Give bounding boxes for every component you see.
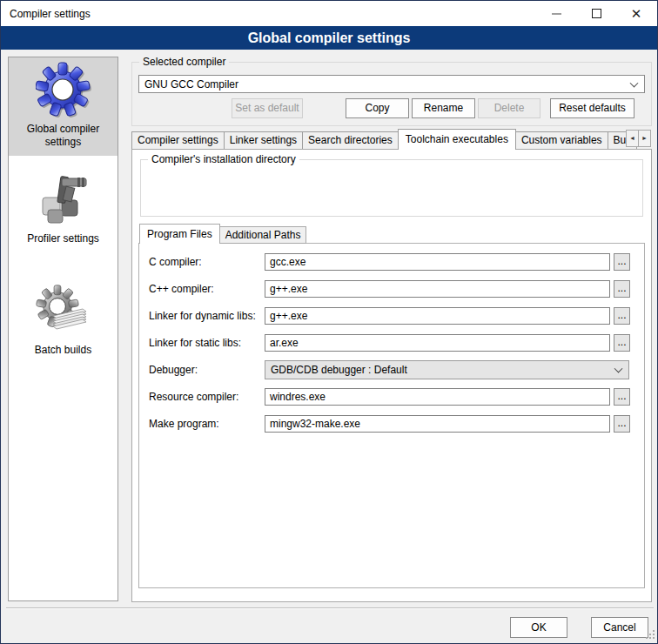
- resource-compiler-label: Resource compiler:: [149, 391, 238, 403]
- footer-divider: [6, 607, 654, 609]
- maximize-icon: [592, 9, 601, 18]
- chevron-down-icon: [630, 78, 639, 87]
- cpp-compiler-label: C++ compiler:: [149, 283, 214, 295]
- cancel-button[interactable]: Cancel: [591, 617, 648, 638]
- tab-program-files[interactable]: Program Files: [139, 224, 220, 244]
- settings-category-list: Global compiler settings Profiler settin…: [8, 57, 118, 601]
- sidebar-item-profiler-settings[interactable]: Profiler settings: [9, 166, 118, 258]
- caliper-icon: [36, 171, 91, 227]
- group-label: Compiler's installation directory: [148, 153, 299, 166]
- title-bar: Compiler settings ✕: [1, 1, 657, 26]
- settings-tabs: Compiler settings Linker settings Search…: [131, 129, 637, 150]
- cpp-compiler-browse-button[interactable]: ...: [614, 280, 630, 298]
- tab-toolchain-executables[interactable]: Toolchain executables: [398, 129, 516, 150]
- close-icon: ✕: [631, 7, 642, 20]
- dynamic-linker-browse-button[interactable]: ...: [614, 307, 630, 325]
- program-files-tabs: Program Files Additional Paths: [140, 224, 306, 244]
- sidebar-item-label: Global compiler settings: [16, 123, 111, 149]
- page-title: Global compiler settings: [1, 26, 657, 50]
- close-button[interactable]: ✕: [619, 1, 654, 26]
- minimize-button[interactable]: [539, 1, 574, 26]
- delete-button[interactable]: Delete: [478, 98, 540, 118]
- make-program-input[interactable]: mingw32-make.exe: [265, 415, 610, 433]
- grey-gear-stack-icon: [36, 283, 91, 339]
- sidebar-item-global-compiler-settings[interactable]: Global compiler settings: [9, 57, 118, 156]
- sidebar-item-label: Batch builds: [16, 344, 111, 357]
- static-linker-browse-button[interactable]: ...: [614, 334, 630, 352]
- compiler-select-value: GNU GCC Compiler: [144, 78, 238, 91]
- set-as-default-button[interactable]: Set as default: [232, 98, 303, 118]
- blue-gear-icon: [36, 62, 91, 117]
- cpp-compiler-input[interactable]: g++.exe: [265, 280, 610, 298]
- make-program-label: Make program:: [149, 418, 219, 430]
- static-linker-input[interactable]: ar.exe: [265, 334, 610, 352]
- compiler-select[interactable]: GNU GCC Compiler: [138, 75, 645, 93]
- tab-scroll-left-button[interactable]: ◄: [626, 130, 639, 147]
- compiler-settings-dialog: Compiler settings ✕ Global compiler sett…: [0, 0, 658, 644]
- c-compiler-label: C compiler:: [149, 256, 202, 268]
- tab-compiler-settings[interactable]: Compiler settings: [131, 131, 225, 150]
- minimize-icon: [552, 13, 561, 15]
- reset-defaults-button[interactable]: Reset defaults: [550, 98, 634, 118]
- maximize-button[interactable]: [579, 1, 614, 26]
- debugger-select-value: GDB/CDB debugger : Default: [271, 364, 407, 376]
- resource-compiler-browse-button[interactable]: ...: [614, 388, 630, 406]
- dynamic-linker-input[interactable]: g++.exe: [265, 307, 610, 325]
- chevron-down-icon: [614, 365, 623, 373]
- debugger-label: Debugger:: [149, 364, 198, 376]
- ok-button[interactable]: OK: [510, 617, 567, 638]
- make-program-browse-button[interactable]: ...: [614, 415, 630, 433]
- resource-compiler-input[interactable]: windres.exe: [265, 388, 610, 406]
- static-linker-label: Linker for static libs:: [149, 337, 241, 349]
- tab-scroll-right-button[interactable]: ►: [638, 130, 651, 147]
- tab-search-directories[interactable]: Search directories: [302, 131, 399, 150]
- tab-custom-variables[interactable]: Custom variables: [515, 131, 608, 150]
- group-label: Selected compiler: [139, 56, 229, 69]
- sidebar-item-label: Profiler settings: [16, 232, 111, 245]
- tab-additional-paths[interactable]: Additional Paths: [219, 226, 307, 244]
- dynamic-linker-label: Linker for dynamic libs:: [149, 310, 256, 322]
- rename-button[interactable]: Rename: [412, 98, 475, 118]
- debugger-select[interactable]: GDB/CDB debugger : Default: [265, 360, 629, 379]
- c-compiler-input[interactable]: gcc.exe: [265, 253, 610, 271]
- sidebar-item-batch-builds[interactable]: Batch builds: [9, 278, 118, 365]
- c-compiler-browse-button[interactable]: ...: [614, 253, 630, 271]
- tab-linker-settings[interactable]: Linker settings: [224, 131, 303, 150]
- copy-button[interactable]: Copy: [346, 98, 409, 118]
- installation-directory-group: Compiler's installation directory: [140, 159, 643, 217]
- window-title: Compiler settings: [10, 8, 91, 20]
